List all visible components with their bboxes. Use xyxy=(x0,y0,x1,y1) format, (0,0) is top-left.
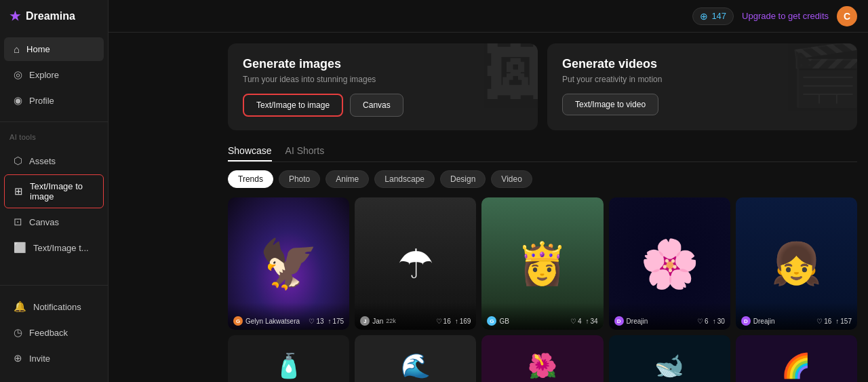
sidebar-item-text-image[interactable]: ⊞ Text/Image to image xyxy=(4,174,104,208)
text-image-to-video-button[interactable]: Text/Image to video xyxy=(562,94,658,115)
canvas-button[interactable]: Canvas xyxy=(350,94,403,117)
image-card-blue-girl[interactable]: 👧 D Dreajin ♡ 16 ↑ 157 xyxy=(736,197,857,330)
profile-icon: ◉ xyxy=(14,94,22,107)
author-badge-rainy: 22k xyxy=(386,318,396,324)
downloads-eagle: ↑ 175 xyxy=(328,318,344,325)
image-info-rainy: J Jan 22k ♡ 16 ↑ 169 xyxy=(355,303,476,330)
sidebar-item-label: Feedback xyxy=(29,328,68,338)
author-rainy: J Jan 22k xyxy=(360,316,396,326)
image-placeholder-pastel: 🌈 xyxy=(736,335,857,382)
author-blue-girl: D Dreajin xyxy=(741,316,775,326)
image-card-flower[interactable]: 🌸 D Dreajin ♡ 6 ↑ 30 xyxy=(609,197,730,330)
text-image-icon: ⊞ xyxy=(14,185,23,197)
upgrade-button[interactable]: Upgrade to get credits xyxy=(742,11,829,21)
sidebar-item-text-image-t[interactable]: ⬜ Text/Image t... xyxy=(4,235,104,260)
likes-blue-girl: ♡ 16 xyxy=(816,318,831,325)
image-card-eagle[interactable]: 🦅 G Gelyn Lakwatsera ♡ 13 ↑ 175 xyxy=(228,197,349,330)
generate-videos-title: Generate videos xyxy=(562,57,842,71)
downloads-portrait: ↑ 34 xyxy=(585,318,597,325)
pill-anime[interactable]: Anime xyxy=(326,170,369,188)
sidebar-item-profile[interactable]: ◉ Profile xyxy=(4,88,104,113)
tab-ai-shorts[interactable]: AI Shorts xyxy=(285,141,325,161)
image-placeholder-underwater: 🐋 xyxy=(609,335,730,382)
showcase-tabs: Showcase AI Shorts xyxy=(228,141,857,162)
author-name-flower: Dreajin xyxy=(627,318,648,325)
image-card-portrait[interactable]: 👸 G GB ♡ 4 ↑ 34 xyxy=(481,197,603,330)
stats-flower: ♡ 6 ↑ 30 xyxy=(697,318,725,325)
topbar: ⊕ 147 Upgrade to get credits C xyxy=(108,0,868,33)
image-placeholder-product: 🧴 xyxy=(228,335,349,382)
generate-videos-buttons: Text/Image to video xyxy=(562,94,842,115)
generate-videos-subtitle: Put your creativity in motion xyxy=(562,75,842,84)
image-card-pastel[interactable]: 🌈 xyxy=(736,335,857,382)
generate-images-card: 🖼 Generate images Turn your ideas into s… xyxy=(228,43,538,130)
sidebar: ★ Dreamina ⌂ Home ◎ Explore ◉ Profile AI… xyxy=(0,0,108,382)
author-avatar-eagle: G xyxy=(233,316,243,326)
credits-icon: ⊕ xyxy=(700,11,708,22)
sidebar-item-label: Profile xyxy=(29,96,54,106)
author-avatar-rainy: J xyxy=(360,316,370,326)
explore-icon: ◎ xyxy=(14,69,22,81)
logo-icon: ★ xyxy=(9,9,20,24)
pill-design[interactable]: Design xyxy=(440,170,486,188)
image-grid-row2: 🧴 🌊 🌺 🐋 🌈 xyxy=(228,335,857,382)
image-card-abstract[interactable]: 🌊 xyxy=(355,335,476,382)
image-card-underwater[interactable]: 🐋 xyxy=(609,335,730,382)
image-card-pink[interactable]: 🌺 xyxy=(481,335,603,382)
app-logo: ★ Dreamina xyxy=(0,0,108,33)
sidebar-item-canvas[interactable]: ⊡ Canvas xyxy=(4,210,104,234)
notifications-icon: 🔔 xyxy=(14,301,26,313)
sidebar-item-label: Assets xyxy=(29,156,56,166)
feature-cards: 🖼 Generate images Turn your ideas into s… xyxy=(228,43,857,130)
image-placeholder-pink: 🌺 xyxy=(481,335,603,382)
credits-count: 147 xyxy=(711,11,726,21)
author-avatar-blue-girl: D xyxy=(741,316,751,326)
sidebar-item-label: Canvas xyxy=(29,217,59,227)
likes-rainy: ♡ 16 xyxy=(436,318,451,325)
main-nav: ⌂ Home ◎ Explore ◉ Profile xyxy=(0,33,108,117)
credits-badge: ⊕ 147 xyxy=(692,7,734,25)
author-eagle: G Gelyn Lakwatsera xyxy=(233,316,300,326)
likes-flower: ♡ 6 xyxy=(697,318,709,325)
tab-showcase[interactable]: Showcase xyxy=(228,141,272,161)
sidebar-item-notifications[interactable]: 🔔 Notifications xyxy=(4,294,104,319)
pill-trends[interactable]: Trends xyxy=(228,170,273,188)
feedback-icon: ◷ xyxy=(14,326,22,339)
text-image-t-icon: ⬜ xyxy=(14,242,26,254)
stats-blue-girl: ♡ 16 ↑ 157 xyxy=(816,318,852,325)
author-name-eagle: Gelyn Lakwatsera xyxy=(245,318,300,325)
image-info-blue-girl: D Dreajin ♡ 16 ↑ 157 xyxy=(736,303,857,330)
text-image-to-image-button[interactable]: Text/Image to image xyxy=(243,94,343,117)
generate-videos-card: 🎬 Generate videos Put your creativity in… xyxy=(547,43,857,130)
generate-images-subtitle: Turn your ideas into stunning images xyxy=(243,75,523,84)
sidebar-item-feedback[interactable]: ◷ Feedback xyxy=(4,320,104,345)
image-placeholder-abstract: 🌊 xyxy=(355,335,476,382)
pill-photo[interactable]: Photo xyxy=(279,170,320,188)
sidebar-item-invite[interactable]: ⊕ Invite xyxy=(4,346,104,370)
generate-images-title: Generate images xyxy=(243,57,523,71)
downloads-blue-girl: ↑ 157 xyxy=(835,318,852,325)
bottom-nav: 🔔 Notifications ◷ Feedback ⊕ Invite xyxy=(0,290,108,375)
pill-landscape[interactable]: Landscape xyxy=(374,170,435,188)
ai-tools-section-label: AI tools xyxy=(0,126,108,144)
author-name-blue-girl: Dreajin xyxy=(753,318,775,325)
divider-2 xyxy=(0,285,108,286)
invite-icon: ⊕ xyxy=(14,352,22,364)
sidebar-item-home[interactable]: ⌂ Home xyxy=(4,37,104,61)
sidebar-item-label: Home xyxy=(26,44,50,54)
sidebar-item-assets[interactable]: ⬡ Assets xyxy=(4,149,104,173)
image-card-rainy[interactable]: ☂ J Jan 22k ♡ 16 ↑ 169 xyxy=(355,197,476,330)
author-portrait: G GB xyxy=(487,316,509,326)
assets-icon: ⬡ xyxy=(14,155,22,167)
sidebar-item-explore[interactable]: ◎ Explore xyxy=(4,62,104,87)
main-content: 🖼 Generate images Turn your ideas into s… xyxy=(217,33,868,382)
sidebar-item-label: Explore xyxy=(29,70,59,80)
user-avatar[interactable]: C xyxy=(837,6,857,26)
author-flower: D Dreajin xyxy=(614,316,648,326)
filter-pills: Trends Photo Anime Landscape Design Vide… xyxy=(228,170,857,188)
image-card-product[interactable]: 🧴 xyxy=(228,335,349,382)
image-info-flower: D Dreajin ♡ 6 ↑ 30 xyxy=(609,303,730,330)
canvas-icon: ⊡ xyxy=(14,216,22,228)
pill-video[interactable]: Video xyxy=(491,170,532,188)
downloads-rainy: ↑ 169 xyxy=(455,318,471,325)
